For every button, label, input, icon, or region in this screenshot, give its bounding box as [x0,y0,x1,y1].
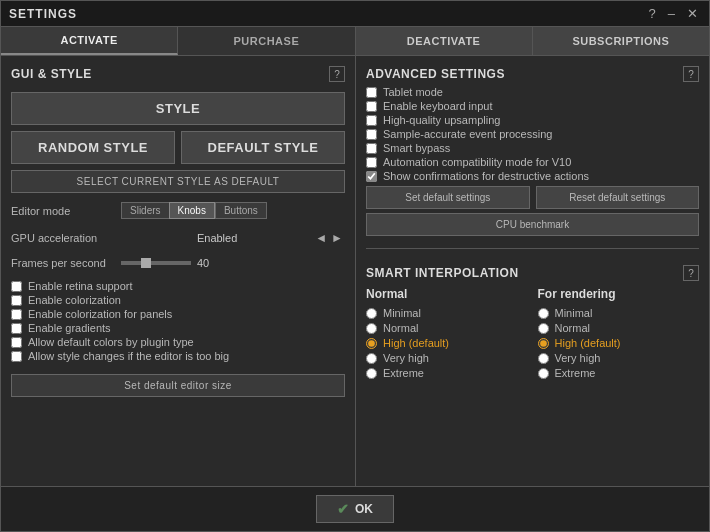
fps-slider[interactable] [121,261,191,265]
mode-buttons-btn[interactable]: Buttons [215,202,267,219]
ok-icon: ✔ [337,501,349,517]
adv-checkbox[interactable] [366,129,377,140]
gui-checkbox-row: Enable colorization for panels [11,308,345,320]
adv-btn-row: Set default settings Reset default setti… [366,186,699,209]
rendering-radio[interactable] [538,353,549,364]
gui-checkbox[interactable] [11,337,22,348]
reset-default-settings-btn[interactable]: Reset default settings [536,186,700,209]
adv-checkbox-row: Tablet mode [366,86,699,98]
adv-checkbox[interactable] [366,157,377,168]
rendering-radio-row: Very high [538,352,700,364]
gpu-value: Enabled [121,232,313,244]
ok-button[interactable]: ✔ OK [316,495,394,523]
main-content: GUI & STYLE ? STYLE RANDOM STYLE DEFAULT… [1,56,709,486]
adv-checkbox-label: Tablet mode [383,86,443,98]
tabs-row: ACTIVATE PURCHASE DEACTIVATE SUBSCRIPTIO… [1,27,709,56]
mode-sliders-btn[interactable]: Sliders [121,202,169,219]
tab-activate[interactable]: ACTIVATE [1,27,178,55]
style-buttons-row: RANDOM STYLE DEFAULT STYLE [11,131,345,164]
random-style-button[interactable]: RANDOM STYLE [11,131,175,164]
normal-radio-label: Very high [383,352,429,364]
mode-buttons-group: Sliders Knobs Buttons [121,202,267,219]
gui-checkbox-label: Enable colorization [28,294,121,306]
normal-radio[interactable] [366,353,377,364]
adv-checkbox[interactable] [366,115,377,126]
normal-radio-row: Extreme [366,367,528,379]
window-title: SETTINGS [9,7,77,21]
gpu-prev-btn[interactable]: ◄ [313,231,329,245]
rendering-radio-group: MinimalNormalHigh (default)Very highExtr… [538,307,700,379]
rendering-radio[interactable] [538,368,549,379]
mode-knobs-btn[interactable]: Knobs [169,202,215,219]
smart-interpolation-header: SMART INTERPOLATION ? [366,265,699,281]
tab-deactivate[interactable]: DEACTIVATE [356,27,533,55]
adv-checkbox[interactable] [366,101,377,112]
smart-interpolation-section: SMART INTERPOLATION ? Normal MinimalNorm… [366,265,699,382]
editor-mode-label: Editor mode [11,205,121,217]
normal-radio-label: High (default) [383,337,449,349]
adv-checkbox[interactable] [366,87,377,98]
gui-checkbox-label: Allow default colors by plugin type [28,336,194,348]
tab-purchase[interactable]: PURCHASE [178,27,355,55]
gui-checkbox-row: Allow default colors by plugin type [11,336,345,348]
advanced-settings-section: ADVANCED SETTINGS ? Tablet modeEnable ke… [366,66,699,236]
gui-checkbox-label: Allow style changes if the editor is too… [28,350,229,362]
rendering-radio[interactable] [538,323,549,334]
normal-radio-group: MinimalNormalHigh (default)Very highExtr… [366,307,528,379]
advanced-settings-header: ADVANCED SETTINGS ? [366,66,699,82]
ok-label: OK [355,502,373,516]
cpu-benchmark-btn[interactable]: CPU benchmark [366,213,699,236]
smart-interpolation-help-btn[interactable]: ? [683,265,699,281]
normal-radio-row: Minimal [366,307,528,319]
settings-window: SETTINGS ? – ✕ ACTIVATE PURCHASE DEACTIV… [0,0,710,532]
normal-radio[interactable] [366,338,377,349]
divider [366,248,699,249]
fps-row: Frames per second 40 [11,257,345,269]
adv-checkbox-row: Automation compatibility mode for V10 [366,156,699,168]
title-bar-controls: ? – ✕ [646,6,701,21]
style-button[interactable]: STYLE [11,92,345,125]
normal-radio[interactable] [366,308,377,319]
normal-radio-label: Minimal [383,307,421,319]
gpu-acceleration-row: GPU acceleration Enabled ◄ ► [11,231,345,245]
gui-checkbox[interactable] [11,295,22,306]
advanced-settings-title: ADVANCED SETTINGS [366,67,505,81]
gui-checkbox[interactable] [11,351,22,362]
gui-checkboxes: Enable retina supportEnable colorization… [11,278,345,364]
normal-radio-label: Extreme [383,367,424,379]
normal-radio[interactable] [366,323,377,334]
adv-checkbox-label: High-quality upsampling [383,114,500,126]
adv-checkbox-row: High-quality upsampling [366,114,699,126]
rendering-radio-label: High (default) [555,337,621,349]
rendering-radio[interactable] [538,338,549,349]
set-default-settings-btn[interactable]: Set default settings [366,186,530,209]
close-button[interactable]: ✕ [684,6,701,21]
adv-checkbox-label: Automation compatibility mode for V10 [383,156,571,168]
adv-checkbox-row: Smart bypass [366,142,699,154]
default-style-button[interactable]: DEFAULT STYLE [181,131,345,164]
gui-checkbox[interactable] [11,309,22,320]
select-current-style-button[interactable]: SELECT CURRENT STYLE AS DEFAULT [11,170,345,193]
gpu-label: GPU acceleration [11,232,121,244]
left-panel: GUI & STYLE ? STYLE RANDOM STYLE DEFAULT… [1,56,356,486]
bottom-bar: ✔ OK [1,486,709,531]
help-title-button[interactable]: ? [646,6,659,21]
interpolation-columns: Normal MinimalNormalHigh (default)Very h… [366,287,699,382]
rendering-radio-label: Very high [555,352,601,364]
advanced-settings-help-btn[interactable]: ? [683,66,699,82]
gui-checkbox[interactable] [11,323,22,334]
gui-style-help-btn[interactable]: ? [329,66,345,82]
gui-checkbox[interactable] [11,281,22,292]
gui-checkbox-label: Enable colorization for panels [28,308,172,320]
adv-checkbox[interactable] [366,171,377,182]
normal-radio[interactable] [366,368,377,379]
adv-checkbox[interactable] [366,143,377,154]
adv-checkbox-label: Enable keyboard input [383,100,492,112]
rendering-radio[interactable] [538,308,549,319]
set-default-editor-button[interactable]: Set default editor size [11,374,345,397]
minimize-button[interactable]: – [665,6,678,21]
adv-checkbox-row: Enable keyboard input [366,100,699,112]
tab-subscriptions[interactable]: SUBSCRIPTIONS [533,27,709,55]
gpu-next-btn[interactable]: ► [329,231,345,245]
fps-label: Frames per second [11,257,121,269]
